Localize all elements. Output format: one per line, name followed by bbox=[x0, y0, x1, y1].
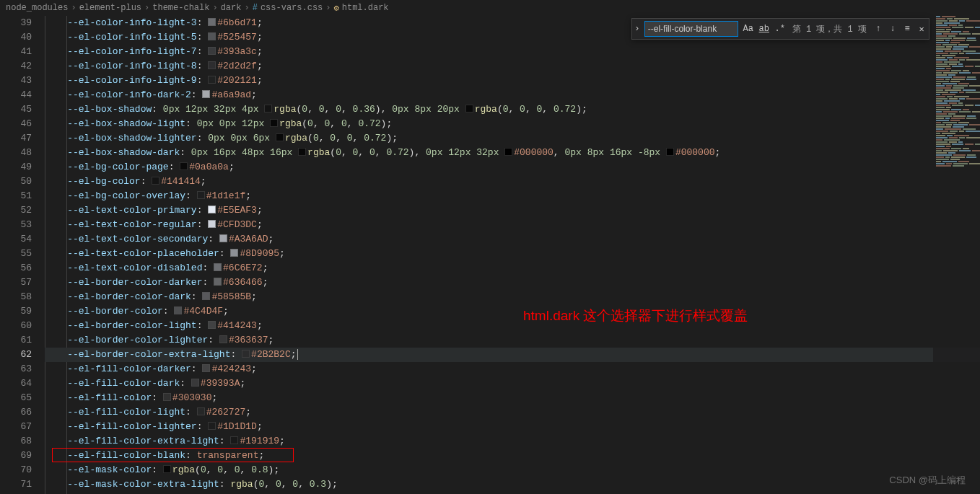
line-number: 66 bbox=[0, 405, 32, 420]
code-line[interactable]: --el-text-color-placeholder: #8D9095; bbox=[45, 247, 980, 261]
line-number-gutter: 3940414243444546474849505152535455565758… bbox=[0, 16, 45, 494]
find-widget: › Aa ab .* 第 1 项，共 1 项 ↑ ↓ ≡ ✕ bbox=[631, 18, 929, 40]
line-number: 39 bbox=[0, 16, 32, 30]
line-number: 60 bbox=[0, 319, 32, 333]
code-line[interactable]: --el-color-info-light-7: #393a3c; bbox=[45, 45, 980, 59]
code-line[interactable]: --el-fill-color-blank: transparent; bbox=[45, 449, 980, 463]
line-number: 55 bbox=[0, 247, 32, 261]
breadcrumb-item[interactable]: node_modules bbox=[6, 3, 68, 13]
selector-icon: ⚙ bbox=[334, 3, 339, 14]
code-line[interactable]: --el-text-color-disabled: #6C6E72; bbox=[45, 261, 980, 275]
code-line[interactable]: --el-box-shadow: 0px 12px 32px 4px rgba(… bbox=[45, 102, 980, 117]
line-number: 44 bbox=[0, 88, 32, 102]
breadcrumb: node_modules› element-plus› theme-chalk›… bbox=[0, 0, 980, 16]
code-line[interactable]: --el-border-color-lighter: #363637; bbox=[45, 333, 980, 348]
code-line[interactable]: --el-color-info-light-9: #202121; bbox=[45, 74, 980, 88]
line-number: 57 bbox=[0, 275, 32, 290]
find-next[interactable]: ↓ bbox=[885, 22, 900, 36]
line-number: 41 bbox=[0, 45, 32, 59]
code-line[interactable]: --el-border-color-dark: #58585B; bbox=[45, 290, 980, 304]
find-count: 第 1 项，共 1 项 bbox=[792, 23, 867, 35]
line-number: 70 bbox=[0, 463, 32, 477]
line-number: 54 bbox=[0, 232, 32, 247]
find-in-selection[interactable]: ≡ bbox=[900, 22, 914, 36]
code-line[interactable]: --el-text-color-secondary: #A3A6AD; bbox=[45, 232, 980, 247]
match-case-toggle[interactable]: Aa bbox=[741, 22, 756, 36]
code-line[interactable]: --el-fill-color-dark: #39393A; bbox=[45, 376, 980, 391]
line-number: 62 bbox=[0, 348, 32, 362]
editor[interactable]: 3940414243444546474849505152535455565758… bbox=[0, 16, 980, 494]
line-number: 51 bbox=[0, 189, 32, 203]
code-line[interactable]: --el-bg-color-overlay: #1d1e1f; bbox=[45, 189, 980, 203]
find-expand-toggle[interactable]: › bbox=[632, 19, 642, 39]
code-line[interactable]: --el-text-color-regular: #CFD3DC; bbox=[45, 218, 980, 232]
regex-toggle[interactable]: .* bbox=[773, 22, 787, 36]
line-number: 61 bbox=[0, 333, 32, 348]
code-line[interactable]: --el-border-color: #4C4D4F; bbox=[45, 304, 980, 319]
line-number: 59 bbox=[0, 304, 32, 319]
line-number: 63 bbox=[0, 362, 32, 376]
watermark: CSDN @码上编程 bbox=[889, 474, 966, 487]
code-line[interactable]: --el-border-color-darker: #636466; bbox=[45, 275, 980, 290]
css-file-icon: # bbox=[253, 3, 258, 13]
line-number: 50 bbox=[0, 175, 32, 189]
line-number: 47 bbox=[0, 131, 32, 146]
breadcrumb-item[interactable]: css-vars.css bbox=[261, 3, 323, 13]
code-line[interactable]: --el-fill-color-lighter: #1D1D1D; bbox=[45, 420, 980, 434]
code-line[interactable]: --el-text-color-primary: #E5EAF3; bbox=[45, 203, 980, 218]
code-line[interactable]: --el-mask-color: rgba(0, 0, 0, 0.8); bbox=[45, 463, 980, 477]
line-number: 46 bbox=[0, 117, 32, 131]
code-line[interactable]: --el-bg-color-page: #0a0a0a; bbox=[45, 160, 980, 175]
find-close[interactable]: ✕ bbox=[914, 22, 929, 36]
find-prev[interactable]: ↑ bbox=[871, 22, 885, 36]
line-number: 71 bbox=[0, 477, 32, 492]
breadcrumb-item[interactable]: dark bbox=[221, 3, 242, 13]
code-line[interactable]: --el-bg-color: #141414; bbox=[45, 175, 980, 189]
code-line[interactable]: --el-color-info-dark-2: #a6a9ad; bbox=[45, 88, 980, 102]
line-number: 64 bbox=[0, 376, 32, 391]
line-number: 40 bbox=[0, 30, 32, 45]
minimap[interactable] bbox=[933, 16, 980, 494]
code-line[interactable]: --el-fill-color: #303030; bbox=[45, 391, 980, 405]
breadcrumb-item[interactable]: html.dark bbox=[342, 3, 389, 13]
line-number: 58 bbox=[0, 290, 32, 304]
code-line[interactable]: --el-color-info-light-8: #2d2d2f; bbox=[45, 59, 980, 74]
line-number: 45 bbox=[0, 102, 32, 117]
line-number: 68 bbox=[0, 434, 32, 449]
find-input[interactable] bbox=[644, 21, 738, 37]
line-number: 42 bbox=[0, 59, 32, 74]
line-number: 56 bbox=[0, 261, 32, 275]
annotation-text: html.dark 这个选择器下进行样式覆盖 bbox=[523, 306, 748, 325]
code-line[interactable]: --el-fill-color-darker: #424243; bbox=[45, 362, 980, 376]
code-content[interactable]: --el-color-info-light-3: #6b6d71; --el-c… bbox=[45, 16, 980, 494]
code-line[interactable]: --el-box-shadow-lighter: 0px 0px 6px rgb… bbox=[45, 131, 980, 146]
code-line[interactable]: --el-border-color-light: #414243; bbox=[45, 319, 980, 333]
line-number: 48 bbox=[0, 146, 32, 160]
line-number: 43 bbox=[0, 74, 32, 88]
line-number: 65 bbox=[0, 391, 32, 405]
line-number: 67 bbox=[0, 420, 32, 434]
match-word-toggle[interactable]: ab bbox=[757, 22, 771, 36]
code-line[interactable]: --el-box-shadow-light: 0px 0px 12px rgba… bbox=[45, 117, 980, 131]
line-number: 49 bbox=[0, 160, 32, 175]
breadcrumb-item[interactable]: theme-chalk bbox=[152, 3, 209, 13]
breadcrumb-item[interactable]: element-plus bbox=[79, 3, 141, 13]
code-line[interactable]: --el-box-shadow-dark: 0px 16px 48px 16px… bbox=[45, 146, 980, 160]
line-number: 53 bbox=[0, 218, 32, 232]
code-line[interactable]: --el-fill-color-light: #262727; bbox=[45, 405, 980, 420]
code-line[interactable]: --el-fill-color-extra-light: #191919; bbox=[45, 434, 980, 449]
code-line[interactable]: --el-mask-color-extra-light: rgba(0, 0, … bbox=[45, 477, 980, 492]
line-number: 52 bbox=[0, 203, 32, 218]
code-line[interactable]: --el-border-color-extra-light: #2B2B2C; bbox=[45, 348, 980, 362]
line-number: 69 bbox=[0, 449, 32, 463]
